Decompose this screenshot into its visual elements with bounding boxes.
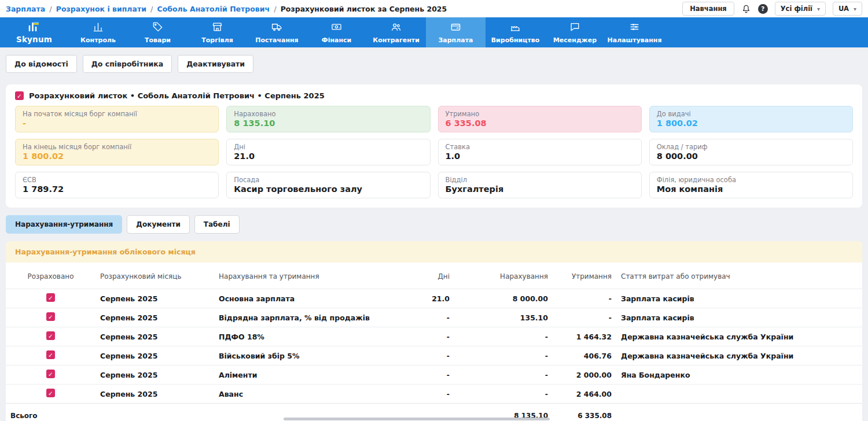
- col-header-month: Розрахунковий місяць: [95, 263, 214, 289]
- tab-documents[interactable]: Документи: [127, 215, 190, 234]
- nav-item-label: Контроль: [80, 36, 116, 44]
- nav-item-finance[interactable]: Фінанси: [307, 17, 366, 47]
- col-header-accrual: Нарахування: [454, 263, 553, 289]
- skynum-logo[interactable]: Skynum: [0, 17, 68, 47]
- branches-select[interactable]: Усі філії: [775, 2, 826, 16]
- table-row[interactable]: Серпень 2025 Аліменти - - 2 000.00 Яна Б…: [6, 365, 862, 385]
- breadcrumb-link-employee[interactable]: Соболь Анатолій Петрович: [157, 5, 270, 13]
- col-header-calculated: Розраховано: [6, 263, 95, 289]
- nav-item-salary[interactable]: Зарплата: [426, 17, 486, 47]
- cell-days: -: [411, 385, 454, 404]
- top-bar: Зарплата Розрахунок і виплати Соболь Ана…: [0, 0, 868, 17]
- nav-item-label: Налаштування: [608, 36, 662, 44]
- tab-accruals-deductions[interactable]: Нарахування-утримання: [6, 215, 122, 234]
- bar-chart-icon: [93, 21, 104, 34]
- training-button[interactable]: Навчання: [682, 2, 734, 16]
- nav-item-control[interactable]: Контроль: [68, 17, 128, 47]
- to-employee-button[interactable]: До співробітника: [83, 55, 172, 73]
- table-row[interactable]: Серпень 2025 Основна зарплата 21.0 8 000…: [6, 289, 862, 308]
- stat-card-esv: ЄСВ 1 789.72: [15, 172, 219, 198]
- cell-month: Серпень 2025: [95, 346, 214, 365]
- col-header-recipient: Стаття витрат або отримувач: [616, 263, 862, 289]
- table-row[interactable]: Серпень 2025 Військовий збір 5% - - 406.…: [6, 346, 862, 365]
- breadcrumb-link-salary[interactable]: Зарплата: [6, 5, 45, 13]
- row-checkbox[interactable]: [46, 389, 55, 397]
- breadcrumb-separator: [270, 5, 281, 13]
- nav-item-supply[interactable]: Постачання: [247, 17, 307, 47]
- price-tag-icon: [152, 21, 163, 34]
- nav-item-label: Постачання: [255, 36, 298, 44]
- nav-item-messenger[interactable]: Месенджер: [545, 17, 605, 47]
- factory-icon: [510, 21, 521, 34]
- to-statement-button[interactable]: До відомості: [6, 55, 77, 73]
- cell-days: -: [411, 346, 454, 365]
- cell-month: Серпень 2025: [95, 385, 214, 404]
- cell-month: Серпень 2025: [95, 365, 214, 385]
- payslip-card-header: Розрахунковий листок • Соболь Анатолій П…: [6, 84, 862, 106]
- storefront-icon: [212, 21, 223, 34]
- cell-accrual: -: [454, 346, 553, 365]
- cell-month: Серпень 2025: [95, 289, 214, 308]
- nav-item-counterparties[interactable]: Контрагенти: [366, 17, 426, 47]
- nav-item-label: Контрагенти: [373, 36, 420, 44]
- cell-accrual: -: [454, 365, 553, 385]
- col-header-days: Дні: [411, 263, 454, 289]
- help-icon[interactable]: [758, 4, 768, 14]
- nav-item-label: Виробництво: [491, 36, 540, 44]
- bell-icon[interactable]: [741, 4, 751, 14]
- table-section-title: Нарахування-утримання облікового місяця: [6, 241, 862, 263]
- cell-deduction: 1 464.32: [553, 327, 616, 346]
- chevron-down-icon: [817, 5, 820, 13]
- cell-days: -: [411, 308, 454, 327]
- table-row[interactable]: Серпень 2025 ПДФО 18% - - 1 464.32 Держа…: [6, 327, 862, 346]
- cell-days: -: [411, 365, 454, 385]
- stat-card-position: Посада Касир торговельного залу: [226, 172, 430, 198]
- cell-item: Аванс: [214, 385, 411, 404]
- stat-card-rate: Ставка 1.0: [438, 139, 642, 165]
- row-checkbox[interactable]: [46, 312, 55, 321]
- cell-recipient: Державна казначейська служба України: [616, 346, 862, 365]
- deactivate-button[interactable]: Деактивувати: [178, 55, 253, 73]
- row-checkbox[interactable]: [46, 350, 55, 359]
- branches-select-value: Усі філії: [781, 5, 812, 13]
- cell-deduction: 2 464.00: [553, 385, 616, 404]
- main-nav: Skynum Контроль Товари Торгівля Постачан…: [0, 17, 868, 47]
- scrollbar-thumb[interactable]: [284, 418, 550, 420]
- wallet-icon: [450, 21, 461, 34]
- nav-item-label: Фінанси: [322, 36, 352, 44]
- horizontal-scrollbar[interactable]: [0, 416, 868, 421]
- stat-card-days: Дні 21.0: [226, 139, 430, 165]
- nav-item-goods[interactable]: Товари: [128, 17, 187, 47]
- cell-item: ПДФО 18%: [214, 327, 411, 346]
- cell-item: Військовий збір 5%: [214, 346, 411, 365]
- nav-item-trade[interactable]: Торгівля: [187, 17, 247, 47]
- action-buttons-row: До відомості До співробітника Деактивува…: [0, 47, 868, 73]
- cell-deduction: -: [553, 308, 616, 327]
- payslip-checkbox[interactable]: [15, 91, 24, 100]
- breadcrumb: Зарплата Розрахунок і виплати Соболь Ана…: [6, 5, 447, 13]
- cell-deduction: 406.76: [553, 346, 616, 365]
- cell-days: -: [411, 327, 454, 346]
- nav-item-settings[interactable]: Налаштування: [605, 17, 664, 47]
- chevron-down-icon: [854, 5, 856, 13]
- tab-timesheets[interactable]: Табелі: [194, 215, 240, 234]
- table-row[interactable]: Серпень 2025 Аванс - - 2 464.00: [6, 385, 862, 404]
- row-checkbox[interactable]: [46, 331, 55, 340]
- stat-card-opening-debt: На початок місяця борг компанії -: [15, 106, 219, 132]
- tabs-row: Нарахування-утримання Документи Табелі: [0, 208, 868, 234]
- breadcrumb-link-calculations[interactable]: Розрахунок і виплати: [56, 5, 146, 13]
- language-select[interactable]: UA: [833, 2, 862, 16]
- people-icon: [391, 21, 402, 34]
- cell-item: Відрядна зарплата, % від продажів: [214, 308, 411, 327]
- stat-card-department: Відділ Бухгалтерія: [438, 172, 642, 198]
- banknote-icon: [331, 21, 342, 34]
- row-checkbox[interactable]: [46, 293, 55, 302]
- nav-item-production[interactable]: Виробництво: [486, 17, 545, 47]
- chat-bubble-icon: [569, 21, 580, 34]
- cell-deduction: 2 000.00: [553, 365, 616, 385]
- nav-item-label: Зарплата: [439, 36, 473, 44]
- table-row[interactable]: Серпень 2025 Відрядна зарплата, % від пр…: [6, 308, 862, 327]
- cell-item: Основна зарплата: [214, 289, 411, 308]
- row-checkbox[interactable]: [46, 370, 55, 378]
- nav-item-label: Торгівля: [201, 36, 233, 44]
